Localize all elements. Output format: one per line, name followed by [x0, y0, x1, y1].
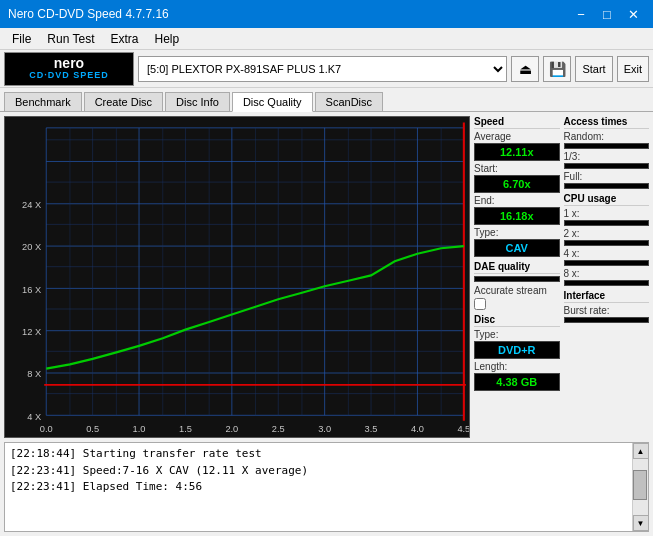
scrollbar-thumb[interactable]	[633, 470, 647, 500]
minimize-button[interactable]: −	[569, 4, 593, 24]
svg-text:0.5: 0.5	[86, 422, 99, 433]
svg-text:12 X: 12 X	[22, 326, 42, 337]
svg-text:20 X: 20 X	[22, 241, 42, 252]
type-value: CAV	[474, 239, 560, 257]
cpu-header: CPU usage	[564, 193, 650, 206]
close-button[interactable]: ✕	[621, 4, 645, 24]
log-line-1: [22:18:44] Starting transfer rate test	[10, 446, 627, 463]
tab-createdisc[interactable]: Create Disc	[84, 92, 163, 111]
log-scrollbar[interactable]: ▲ ▼	[632, 443, 648, 531]
svg-text:3.5: 3.5	[365, 422, 378, 433]
random-value	[564, 143, 650, 149]
onethird-value	[564, 163, 650, 169]
tab-discquality[interactable]: Disc Quality	[232, 92, 313, 112]
tab-benchmark[interactable]: Benchmark	[4, 92, 82, 111]
scrollbar-track[interactable]	[633, 459, 648, 515]
svg-text:4.0: 4.0	[411, 422, 424, 433]
cpu-1x-value	[564, 220, 650, 226]
interface-header: Interface	[564, 290, 650, 303]
tab-discinfo[interactable]: Disc Info	[165, 92, 230, 111]
cpu-2x-label: 2 x:	[564, 228, 650, 239]
start-button[interactable]: Start	[575, 56, 612, 82]
scrollbar-down[interactable]: ▼	[633, 515, 649, 531]
exit-button[interactable]: Exit	[617, 56, 649, 82]
svg-text:1.0: 1.0	[133, 422, 146, 433]
accurate-checkbox[interactable]	[474, 298, 486, 310]
drive-select[interactable]: [5:0] PLEXTOR PX-891SAF PLUS 1.K7	[138, 56, 507, 82]
scrollbar-up[interactable]: ▲	[633, 443, 649, 459]
stats-col-left: Speed Average 12.11x Start: 6.70x End: 1…	[474, 116, 560, 438]
burst-label: Burst rate:	[564, 305, 650, 316]
average-label: Average	[474, 131, 560, 142]
end-value: 16.18x	[474, 207, 560, 225]
cpu-8x-label: 8 x:	[564, 268, 650, 279]
svg-text:3.0: 3.0	[318, 422, 331, 433]
full-label: Full:	[564, 171, 650, 182]
svg-text:4.5: 4.5	[457, 422, 469, 433]
accurate-checkbox-area[interactable]	[474, 298, 560, 310]
cpu-1x-label: 1 x:	[564, 208, 650, 219]
random-label: Random:	[564, 131, 650, 142]
menu-extra[interactable]: Extra	[102, 30, 146, 48]
menu-help[interactable]: Help	[147, 30, 188, 48]
cpu-8x-value	[564, 280, 650, 286]
eject-button[interactable]: ⏏	[511, 56, 539, 82]
logo-sub: CD·DVD SPEED	[29, 71, 109, 81]
log-area: [22:18:44] Starting transfer rate test […	[4, 442, 649, 532]
accurate-label: Accurate stream	[474, 285, 560, 296]
svg-text:8 X: 8 X	[27, 368, 42, 379]
chart-area: 4 X 8 X 12 X 16 X 20 X 24 X 4 8 12 16 20…	[4, 116, 470, 438]
stats-col-right: Access times Random: 1/3: Full: CPU usag…	[564, 116, 650, 438]
svg-text:2.5: 2.5	[272, 422, 285, 433]
svg-text:4 X: 4 X	[27, 410, 42, 421]
burst-value	[564, 317, 650, 323]
average-value: 12.11x	[474, 143, 560, 161]
svg-text:1.5: 1.5	[179, 422, 192, 433]
end-label: End:	[474, 195, 560, 206]
app-logo: nero CD·DVD SPEED	[4, 52, 134, 86]
length-label: Length:	[474, 361, 560, 372]
access-header: Access times	[564, 116, 650, 129]
window-controls: − □ ✕	[569, 4, 645, 24]
menu-bar: File Run Test Extra Help	[0, 28, 653, 50]
full-value	[564, 183, 650, 189]
start-label: Start:	[474, 163, 560, 174]
svg-text:16 X: 16 X	[22, 284, 42, 295]
cpu-4x-label: 4 x:	[564, 248, 650, 259]
disc-type-value: DVD+R	[474, 341, 560, 359]
svg-text:0.0: 0.0	[40, 422, 53, 433]
start-value: 6.70x	[474, 175, 560, 193]
cpu-4x-value	[564, 260, 650, 266]
maximize-button[interactable]: □	[595, 4, 619, 24]
svg-text:24 X: 24 X	[22, 199, 42, 210]
speed-header: Speed	[474, 116, 560, 129]
dae-header: DAE quality	[474, 261, 560, 274]
right-panel: Speed Average 12.11x Start: 6.70x End: 1…	[474, 116, 649, 438]
cpu-2x-value	[564, 240, 650, 246]
tab-scandisc[interactable]: ScanDisc	[315, 92, 383, 111]
chart-svg: 4 X 8 X 12 X 16 X 20 X 24 X 4 8 12 16 20…	[5, 117, 469, 437]
log-content: [22:18:44] Starting transfer rate test […	[5, 443, 632, 531]
svg-text:2.0: 2.0	[225, 422, 238, 433]
menu-file[interactable]: File	[4, 30, 39, 48]
disc-type-label: Type:	[474, 329, 560, 340]
logo-nero: nero	[29, 56, 109, 71]
menu-runtest[interactable]: Run Test	[39, 30, 102, 48]
main-content: 4 X 8 X 12 X 16 X 20 X 24 X 4 8 12 16 20…	[0, 112, 653, 442]
type-label: Type:	[474, 227, 560, 238]
log-line-3: [22:23:41] Elapsed Time: 4:56	[10, 479, 627, 496]
onethird-label: 1/3:	[564, 151, 650, 162]
tab-bar: Benchmark Create Disc Disc Info Disc Qua…	[0, 88, 653, 112]
dae-value	[474, 276, 560, 282]
svg-rect-0	[5, 117, 469, 437]
window-title: Nero CD-DVD Speed 4.7.7.16	[8, 7, 169, 21]
title-bar: Nero CD-DVD Speed 4.7.7.16 − □ ✕	[0, 0, 653, 28]
disc-header: Disc	[474, 314, 560, 327]
length-value: 4.38 GB	[474, 373, 560, 391]
save-button[interactable]: 💾	[543, 56, 571, 82]
log-line-2: [22:23:41] Speed:7-16 X CAV (12.11 X ave…	[10, 463, 627, 480]
toolbar: nero CD·DVD SPEED [5:0] PLEXTOR PX-891SA…	[0, 50, 653, 88]
